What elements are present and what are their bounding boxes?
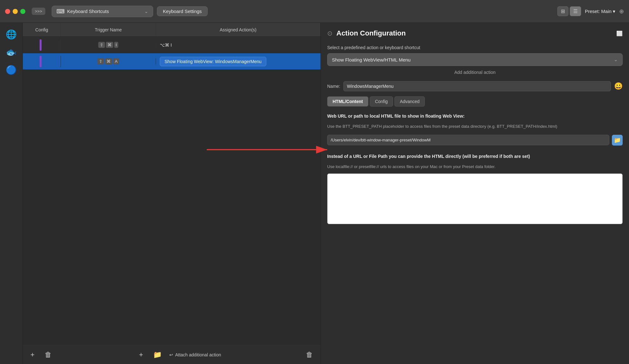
- attach-icon: ↩: [169, 352, 173, 357]
- config-indicator: [40, 39, 42, 51]
- dropdown-chevron-icon: ⌄: [614, 57, 618, 62]
- file-path-input[interactable]: [327, 135, 609, 145]
- shortcut-icons: ⇧ ⌘ A: [97, 58, 119, 64]
- html-editor[interactable]: [327, 173, 623, 224]
- browse-folder-button[interactable]: 📁: [612, 135, 623, 146]
- cmd-icon: ⌘: [106, 42, 113, 48]
- table-row[interactable]: ⇧ ⌘ A Show Floating WebView: WindowsMana…: [23, 53, 321, 70]
- row1-config: [23, 39, 61, 51]
- key-a-icon: A: [113, 58, 119, 64]
- name-row: Name: 😀: [327, 81, 623, 91]
- action-panel-icon: ⊙: [327, 29, 333, 37]
- add-additional-button[interactable]: Add additional action: [327, 70, 623, 75]
- tab-html-content[interactable]: HTML/Content: [327, 96, 368, 107]
- trigger-header: Config Trigger Name Assigned Action(s): [23, 23, 321, 37]
- minimize-button[interactable]: [13, 9, 18, 14]
- main-layout: 🌐 🐟 🔵 Config Trigger Name Assigned Actio…: [0, 23, 629, 364]
- trigger-list: Config Trigger Name Assigned Action(s) ⇧…: [23, 23, 321, 364]
- traffic-lights: [5, 9, 25, 14]
- row2-trigger: ⇧ ⌘ A: [61, 58, 156, 64]
- action-dropdown[interactable]: Show Floating WebView/HTML Menu ⌄: [327, 53, 623, 66]
- add-trigger-button[interactable]: +: [28, 349, 37, 360]
- action-dropdown-label: Show Floating WebView/HTML Menu: [332, 57, 411, 62]
- add-action-button[interactable]: +: [137, 349, 146, 360]
- html-section-hint: Use localfile:// or presetfile:// urls t…: [327, 164, 623, 170]
- html-section-description: Instead of a URL or File Path you can pr…: [327, 153, 623, 160]
- row1-trigger: ⇧ ⌘ I: [61, 42, 156, 48]
- more-options-button[interactable]: ⊕: [619, 8, 624, 15]
- attach-action-button[interactable]: ↩ Attach additional action: [169, 352, 221, 357]
- shortcut-icons: ⇧ ⌘ I: [98, 42, 119, 48]
- name-input[interactable]: [343, 81, 611, 91]
- config-indicator: [40, 56, 42, 67]
- close-button[interactable]: [5, 9, 10, 14]
- titlebar: >>> ⌨ Keyboard Shortcuts ⌄ Keyboard Sett…: [0, 0, 629, 23]
- emoji-button[interactable]: 😀: [614, 82, 623, 90]
- web-url-hint: Use the BTT_PRESET_PATH placeholder to a…: [327, 123, 623, 130]
- delete-action-button[interactable]: 🗑: [303, 349, 315, 360]
- row1-action: ⌥⌘ I: [156, 42, 321, 48]
- row2-config: [23, 56, 61, 67]
- app-title-dropdown[interactable]: ⌨ Keyboard Shortcuts ⌄: [52, 6, 153, 17]
- web-url-description: Web URL or path to local HTML file to sh…: [327, 113, 623, 120]
- key-i-icon: I: [114, 42, 119, 48]
- collapse-button[interactable]: >>>: [32, 8, 45, 15]
- cmd-icon: ⌘: [105, 58, 112, 64]
- chevron-down-icon: ⌄: [144, 9, 148, 14]
- file-path-row: 📁: [327, 135, 623, 146]
- delete-trigger-button[interactable]: 🗑: [42, 349, 54, 360]
- grid-view-button[interactable]: ⊞: [557, 6, 568, 16]
- list-view-button[interactable]: ☰: [570, 6, 581, 16]
- sidebar-icon-chrome[interactable]: 🔵: [4, 62, 19, 77]
- window-control-icon[interactable]: ⬜: [616, 30, 623, 36]
- name-label: Name:: [327, 84, 340, 89]
- shift-icon: ⇧: [97, 58, 104, 64]
- header-trigger-name: Trigger Name: [61, 23, 156, 36]
- row1-action-label: ⌥⌘ I: [160, 42, 172, 48]
- keyboard-icon: ⌨: [56, 8, 65, 15]
- view-toggle: ⊞ ☰: [557, 6, 581, 16]
- trigger-footer: + 🗑 + 📁 ↩ Attach additional action 🗑: [23, 345, 321, 364]
- row2-action-label: Show Floating WebView: WindowsManagerMen…: [160, 57, 266, 66]
- footer-center: + 📁 ↩ Attach additional action: [59, 349, 298, 360]
- action-panel-wrapper: ⊙ Action Configuration ⬜ Select a predef…: [321, 23, 629, 364]
- tabs-row: HTML/Content Config Advanced: [327, 96, 623, 107]
- header-assigned-action: Assigned Action(s): [156, 23, 321, 36]
- shift-icon: ⇧: [98, 42, 105, 48]
- folder-button[interactable]: 📁: [151, 349, 164, 360]
- tab-config[interactable]: Config: [370, 96, 393, 107]
- header-config: Config: [23, 23, 61, 36]
- select-action-label: Select a predefined action or keyboard s…: [327, 45, 623, 50]
- maximize-button[interactable]: [20, 9, 25, 14]
- keyboard-settings-button[interactable]: Keyboard Settings: [157, 6, 208, 16]
- action-panel-title: Action Configuration: [336, 29, 406, 37]
- app-title-label: Keyboard Shortcuts: [67, 9, 109, 14]
- action-panel: ⊙ Action Configuration ⬜ Select a predef…: [321, 23, 629, 364]
- titlebar-right: ⊞ ☰ Preset: Main ▾ ⊕: [557, 6, 624, 16]
- table-row[interactable]: ⇧ ⌘ I ⌥⌘ I: [23, 37, 321, 53]
- row2-action: Show Floating WebView: WindowsManagerMen…: [156, 57, 321, 66]
- trigger-rows: ⇧ ⌘ I ⌥⌘ I ⇧ ⌘ A: [23, 37, 321, 345]
- tab-advanced[interactable]: Advanced: [394, 96, 425, 107]
- attach-label: Attach additional action: [175, 352, 221, 357]
- sidebar-icon-globe[interactable]: 🌐: [4, 27, 19, 42]
- sidebar-icon-finder[interactable]: 🐟: [4, 44, 19, 60]
- preset-label: Preset: Main ▾: [585, 9, 615, 14]
- action-panel-header: ⊙ Action Configuration ⬜: [327, 29, 623, 37]
- sidebar: 🌐 🐟 🔵: [0, 23, 23, 364]
